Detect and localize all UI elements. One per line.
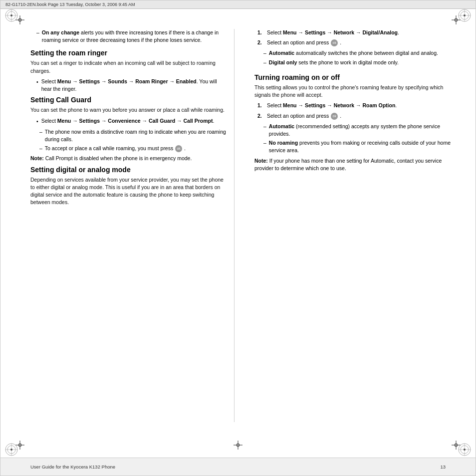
step-2-text: Select an option and press ok . <box>267 39 341 46</box>
rm-dash-2: – <box>263 139 266 154</box>
footer-left: User Guide for the Kyocera K132 Phone <box>30 464 115 470</box>
roam-ringer-section: Setting the roam ringer You can set a ri… <box>30 49 227 93</box>
call-guard-bullet: • Select Menu → Settings → Convenience →… <box>36 117 227 125</box>
da-dash-1-text: Automatic automatically switches the pho… <box>269 49 438 57</box>
call-guard-dash-2-text: To accept or place a call while roaming,… <box>45 145 186 152</box>
roaming-step-1-text: Select Menu → Settings → Network → Roam … <box>267 102 397 109</box>
roaming-dashes: – Automatic (recommended setting) accept… <box>263 123 451 155</box>
step-num-1: 1. <box>257 29 264 36</box>
on-any-change-section: – On any change alerts you with three in… <box>36 29 227 44</box>
call-guard-bullet-text: Select Menu → Settings → Convenience → C… <box>41 117 215 125</box>
rm-dash-2-text: No roaming prevents you from making or r… <box>269 139 451 154</box>
roam-ringer-heading: Setting the roam ringer <box>30 49 227 57</box>
bullet-dot: • <box>36 78 38 93</box>
rm-dash-1: – <box>263 123 266 138</box>
on-any-change-item: – On any change alerts you with three in… <box>36 29 227 44</box>
right-column: 1. Select Menu → Settings → Network → Di… <box>249 29 451 422</box>
digital-analog-steps-section: 1. Select Menu → Settings → Network → Di… <box>254 29 451 66</box>
digital-analog-body: Depending on services available from you… <box>30 176 227 207</box>
roaming-step-1: 1. Select Menu → Settings → Network → Ro… <box>257 102 451 109</box>
on-any-change-text: On any change alerts you with three incr… <box>42 29 227 44</box>
digital-analog-num-list: 1. Select Menu → Settings → Network → Di… <box>257 29 451 46</box>
da-dash-2: – <box>263 59 266 66</box>
roam-ringer-bullets: • Select Menu → Settings → Sounds → Roam… <box>36 78 227 93</box>
roam-ringer-body: You can set a ringer to indicate when an… <box>30 59 227 74</box>
roaming-on-off-heading: Turning roaming on or off <box>254 73 451 81</box>
digital-analog-dash-2: – Digital only sets the phone to work in… <box>263 59 451 66</box>
ok-button-inline: ok <box>175 145 182 152</box>
rosette-bottom-right <box>458 443 472 458</box>
footer: User Guide for the Kyocera K132 Phone 13 <box>0 458 476 476</box>
crosshair-bottom-center <box>234 441 242 451</box>
dash-sym-1: – <box>39 128 42 143</box>
rosette-bottom-left <box>4 443 18 458</box>
da-dash-1: – <box>263 49 266 57</box>
dash-symbol: – <box>36 29 39 44</box>
dash-sym-2: – <box>39 145 42 152</box>
roaming-dash-2: – No roaming prevents you from making or… <box>263 139 451 154</box>
call-guard-note: Note: Call Prompt is disabled when the p… <box>30 155 227 162</box>
roaming-step-2-text: Select an option and press ok . <box>267 112 341 120</box>
roaming-num-2: 2. <box>257 112 264 120</box>
ok-button-inline-2: ok <box>331 39 338 46</box>
call-guard-heading: Setting Call Guard <box>30 96 227 104</box>
roam-ringer-bullet-text: Select Menu → Settings → Sounds → Roam R… <box>41 78 227 93</box>
digital-analog-dashes: – Automatic automatically switches the p… <box>263 49 451 66</box>
step-1-text: Select Menu → Settings → Network → Digit… <box>267 29 399 36</box>
call-guard-dash-1: – The phone now emits a distinctive roam… <box>39 128 227 143</box>
rosette-top-left <box>4 8 18 23</box>
roam-ringer-bullet: • Select Menu → Settings → Sounds → Roam… <box>36 78 227 93</box>
rosette-top-right <box>458 8 472 23</box>
bullet-dot-2: • <box>36 118 38 125</box>
call-guard-body: You can set the phone to warn you before… <box>30 106 227 114</box>
call-guard-dashes: – The phone now emits a distinctive roam… <box>39 128 227 153</box>
rm-dash-1-text: Automatic (recommended setting) accepts … <box>269 123 451 138</box>
step-num-2: 2. <box>257 39 264 46</box>
main-content: – On any change alerts you with three in… <box>0 9 476 437</box>
roaming-num-1: 1. <box>257 102 264 109</box>
call-guard-bullets: • Select Menu → Settings → Convenience →… <box>36 117 227 125</box>
roaming-note: Note: If your phone has more than one se… <box>254 157 451 172</box>
digital-analog-step-2: 2. Select an option and press ok . <box>257 39 451 46</box>
call-guard-section: Setting Call Guard You can set the phone… <box>30 96 227 162</box>
roaming-step-2: 2. Select an option and press ok . <box>257 112 451 120</box>
page: 82-G1710-2EN.book Page 13 Tuesday, Octob… <box>0 0 476 476</box>
call-guard-dash-1-text: The phone now emits a distinctive roam r… <box>45 128 227 143</box>
roaming-on-off-body: This setting allows you to control the p… <box>254 84 451 99</box>
ok-button-inline-3: ok <box>331 113 338 120</box>
roaming-on-off-section: Turning roaming on or off This setting a… <box>254 73 451 172</box>
digital-analog-section: Setting digital or analog mode Depending… <box>30 166 227 207</box>
digital-analog-dash-1: – Automatic automatically switches the p… <box>263 49 451 57</box>
header-bar: 82-G1710-2EN.book Page 13 Tuesday, Octob… <box>0 0 476 9</box>
call-guard-dash-2: – To accept or place a call while roamin… <box>39 145 227 152</box>
roaming-dash-1: – Automatic (recommended setting) accept… <box>263 123 451 138</box>
roaming-on-off-num-list: 1. Select Menu → Settings → Network → Ro… <box>257 102 451 119</box>
digital-analog-step-1: 1. Select Menu → Settings → Network → Di… <box>257 29 451 36</box>
da-dash-2-text: Digital only sets the phone to work in d… <box>269 59 399 66</box>
footer-right: 13 <box>440 464 446 470</box>
left-column: – On any change alerts you with three in… <box>30 29 235 422</box>
digital-analog-heading: Setting digital or analog mode <box>30 166 227 174</box>
header-text: 82-G1710-2EN.book Page 13 Tuesday, Octob… <box>5 2 135 7</box>
